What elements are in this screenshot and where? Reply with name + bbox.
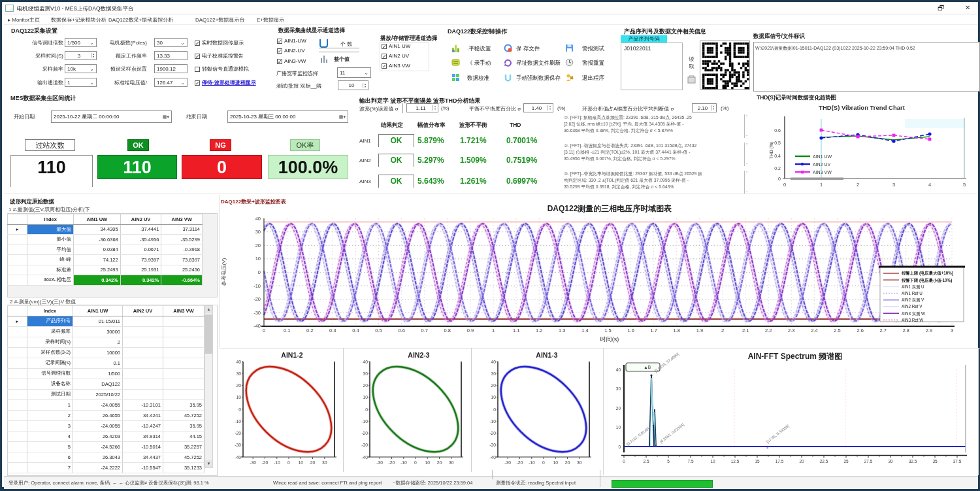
svg-text:20: 20: [491, 383, 496, 388]
svg-text:1.7: 1.7: [650, 328, 657, 333]
svg-text:-20: -20: [262, 460, 269, 465]
svg-text:AIN1 Ref U: AIN1 Ref U: [902, 291, 923, 296]
svg-text:2.3: 2.3: [788, 328, 794, 333]
svg-text:参考电压(V): 参考电压(V): [221, 258, 227, 286]
svg-text:30: 30: [577, 460, 582, 465]
svg-text:0: 0: [542, 460, 545, 465]
svg-text:40: 40: [616, 367, 621, 372]
svg-text:0: 0: [287, 460, 290, 465]
svg-text:12.5: 12.5: [731, 459, 740, 464]
svg-text:0.6: 0.6: [774, 128, 781, 133]
svg-text:[17.95, 0.34028]: [17.95, 0.34028]: [766, 424, 790, 444]
svg-text:20: 20: [616, 406, 621, 411]
svg-text:0: 0: [493, 407, 496, 412]
svg-text:30: 30: [449, 460, 454, 465]
svg-text:0: 0: [783, 182, 786, 188]
svg-text:-20: -20: [489, 431, 496, 435]
svg-text:时间(s): 时间(s): [600, 336, 619, 343]
svg-text:40: 40: [255, 216, 261, 222]
svg-text:0.3: 0.3: [329, 328, 336, 333]
svg-text:2.2: 2.2: [765, 328, 772, 333]
svg-text:20: 20: [310, 460, 316, 465]
svg-text:30: 30: [322, 460, 327, 465]
svg-text:0: 0: [365, 407, 368, 412]
svg-text:-10: -10: [529, 460, 535, 465]
svg-text:40: 40: [491, 360, 496, 364]
svg-text:-20: -20: [361, 431, 368, 435]
svg-text:AIN3 VW: AIN3 VW: [813, 170, 832, 175]
svg-text:0.8: 0.8: [444, 328, 451, 333]
svg-text:20: 20: [236, 383, 241, 388]
svg-text:报警上限 (电压最大值+10%): 报警上限 (电压最大值+10%): [901, 271, 953, 276]
svg-text:30: 30: [236, 371, 241, 376]
svg-text:2.9: 2.9: [926, 328, 932, 333]
svg-text:THD(S) Vibration Trend Chart: THD(S) Vibration Trend Chart: [819, 104, 906, 111]
svg-text:0: 0: [414, 460, 417, 465]
svg-text:20: 20: [565, 460, 570, 465]
svg-text:-20: -20: [235, 431, 241, 435]
svg-text:-10: -10: [235, 419, 241, 424]
svg-text:2.5: 2.5: [643, 459, 649, 464]
svg-text:7.5: 7.5: [687, 459, 693, 464]
svg-text:35: 35: [932, 459, 938, 464]
svg-text:2: 2: [721, 328, 724, 333]
svg-text:-10: -10: [489, 419, 496, 424]
svg-text:AIN1 UW: AIN1 UW: [813, 154, 832, 159]
svg-text:10: 10: [425, 460, 430, 465]
svg-text:32.5: 32.5: [909, 459, 917, 464]
svg-text:AIN3 Ref W: AIN3 Ref W: [902, 318, 923, 322]
svg-text:5: 5: [667, 459, 670, 464]
svg-text:10: 10: [616, 425, 621, 430]
svg-text:40: 40: [236, 360, 241, 364]
svg-text:1.8: 1.8: [674, 328, 680, 333]
svg-text:-30: -30: [235, 443, 241, 447]
svg-text:1.9: 1.9: [696, 328, 703, 333]
svg-text:AIN1 实测 U: AIN1 实测 U: [902, 284, 924, 290]
svg-text:-20: -20: [253, 296, 261, 302]
svg-text:10: 10: [298, 460, 303, 465]
svg-text:2.1: 2.1: [742, 328, 749, 333]
svg-text:3: 3: [951, 328, 953, 333]
svg-text:-40: -40: [235, 455, 241, 460]
svg-text:1.3: 1.3: [559, 328, 565, 333]
svg-text:10: 10: [236, 395, 241, 399]
svg-text:AIN2 Ref V: AIN2 Ref V: [902, 304, 923, 309]
svg-text:-10: -10: [361, 419, 368, 424]
svg-text:25: 25: [843, 459, 849, 464]
svg-text:10: 10: [710, 459, 715, 464]
svg-text:2.6: 2.6: [857, 328, 863, 333]
svg-text:10: 10: [553, 460, 558, 465]
svg-text:2: 2: [857, 182, 859, 188]
svg-text:0: 0: [258, 269, 261, 275]
svg-text:17.5: 17.5: [776, 459, 784, 464]
svg-text:30: 30: [255, 229, 261, 235]
svg-text:AIN3 实测 W: AIN3 实测 W: [902, 311, 925, 316]
svg-text:40: 40: [363, 360, 368, 364]
svg-text:AIN1-3: AIN1-3: [536, 351, 557, 359]
svg-text:0: 0: [618, 445, 621, 449]
svg-text:20: 20: [799, 459, 804, 464]
svg-text:1: 1: [492, 328, 495, 333]
svg-text:20: 20: [363, 383, 368, 388]
svg-text:-20: -20: [517, 460, 523, 465]
svg-text:0: 0: [623, 459, 625, 464]
svg-text:0.6: 0.6: [398, 328, 404, 333]
svg-text:-10: -10: [400, 460, 407, 465]
svg-text:-10: -10: [274, 460, 280, 465]
svg-text:1.6: 1.6: [627, 328, 634, 333]
svg-text:0: 0: [778, 177, 781, 181]
svg-text:0.5: 0.5: [774, 141, 781, 145]
svg-text:1.4: 1.4: [581, 328, 588, 333]
svg-text:1.2: 1.2: [536, 328, 542, 333]
svg-text:20: 20: [437, 460, 442, 465]
svg-text:2.7: 2.7: [879, 328, 886, 333]
svg-text:0.2: 0.2: [774, 166, 781, 171]
svg-text:22.5: 22.5: [820, 459, 828, 464]
svg-text:1: 1: [820, 182, 823, 188]
svg-text:30: 30: [491, 371, 496, 376]
svg-text:AIN2 实测 V: AIN2 实测 V: [902, 297, 924, 303]
svg-text:3: 3: [892, 182, 895, 188]
svg-text:27.5: 27.5: [864, 459, 873, 464]
svg-text:THD (%): THD (%): [769, 141, 774, 159]
svg-text:15: 15: [755, 459, 760, 464]
